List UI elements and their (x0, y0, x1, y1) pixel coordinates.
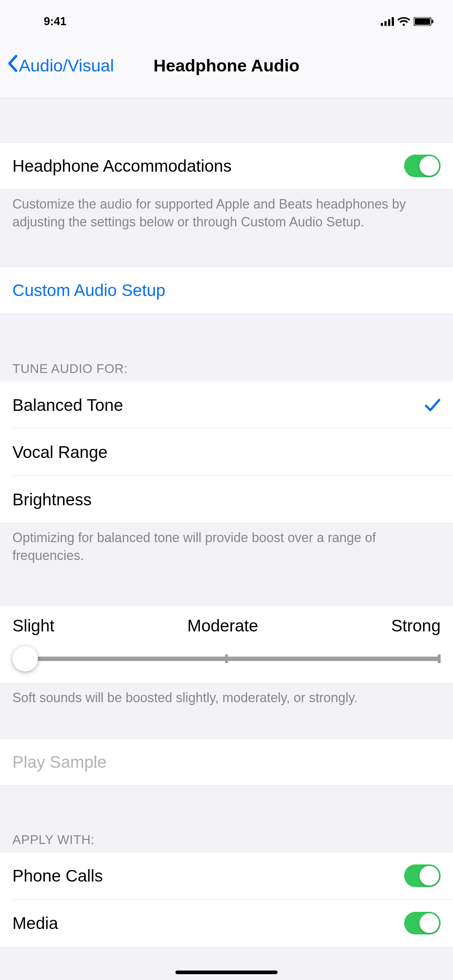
tune-option-label: Brightness (13, 490, 91, 509)
apply-media-label: Media (13, 913, 58, 933)
slider-thumb[interactable] (13, 646, 38, 671)
headphone-accommodations-label: Headphone Accommodations (13, 156, 231, 176)
tune-option-label: Balanced Tone (13, 395, 123, 415)
svg-rect-6 (432, 20, 433, 23)
boost-label-slight: Slight (13, 616, 54, 635)
wifi-icon (397, 17, 410, 26)
headphone-accommodations-toggle[interactable] (404, 154, 440, 177)
play-sample-label: Play Sample (13, 752, 107, 772)
svg-rect-2 (388, 19, 390, 26)
status-bar: 9:41 (0, 0, 453, 33)
boost-label-moderate: Moderate (187, 616, 258, 635)
apply-media-toggle[interactable] (404, 912, 440, 934)
chevron-left-icon (7, 55, 19, 76)
battery-icon (414, 17, 433, 26)
custom-audio-setup-label: Custom Audio Setup (13, 280, 165, 300)
headphone-accommodations-row: Headphone Accommodations (0, 142, 453, 189)
apply-phone-calls-toggle[interactable] (404, 864, 440, 887)
svg-rect-5 (415, 18, 430, 25)
boost-footer: Soft sounds will be boosted slightly, mo… (0, 683, 453, 707)
svg-rect-0 (381, 23, 383, 26)
tune-option-label: Vocal Range (13, 442, 108, 462)
svg-rect-3 (392, 17, 394, 26)
cellular-icon (381, 17, 394, 26)
tune-option-vocal-range[interactable]: Vocal Range (0, 428, 453, 476)
boost-slider-cell: Slight Moderate Strong (0, 605, 453, 683)
tune-audio-header: TUNE AUDIO FOR: (0, 361, 453, 381)
apply-media-row: Media (0, 899, 453, 947)
tune-audio-footer: Optimizing for balanced tone will provid… (0, 523, 453, 565)
status-time: 9:41 (44, 15, 66, 28)
back-button[interactable]: Audio/Visual (7, 55, 114, 76)
back-label: Audio/Visual (19, 56, 114, 75)
tune-option-brightness[interactable]: Brightness (0, 476, 453, 523)
home-indicator[interactable] (175, 970, 278, 974)
custom-audio-setup-row[interactable]: Custom Audio Setup (0, 267, 453, 314)
play-sample-row[interactable]: Play Sample (0, 738, 453, 786)
svg-rect-1 (384, 21, 387, 26)
checkmark-icon (424, 398, 440, 412)
headphone-accommodations-footer: Customize the audio for supported Apple … (0, 189, 453, 231)
tune-option-balanced-tone[interactable]: Balanced Tone (0, 381, 453, 428)
apply-with-header: APPLY WITH: (0, 832, 453, 852)
status-indicators (381, 17, 433, 26)
apply-phone-calls-label: Phone Calls (13, 866, 103, 886)
navigation-bar: Audio/Visual Headphone Audio (0, 33, 453, 99)
boost-slider[interactable] (13, 648, 440, 670)
apply-phone-calls-row: Phone Calls (0, 852, 453, 899)
boost-label-strong: Strong (391, 616, 440, 635)
